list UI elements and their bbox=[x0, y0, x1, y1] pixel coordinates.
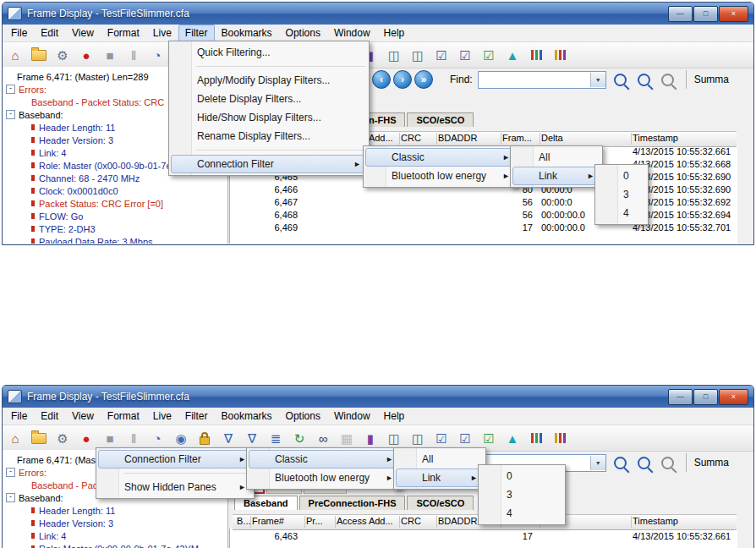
find-next-icon[interactable] bbox=[638, 74, 650, 86]
previous-frame-button[interactable]: ‹ bbox=[372, 70, 391, 89]
minimize-button[interactable]: — bbox=[668, 389, 693, 405]
quick-filter-icon[interactable]: ∇ bbox=[243, 429, 261, 447]
message-sequence-icon[interactable]: ☑ bbox=[456, 429, 474, 447]
bar-chart-icon[interactable] bbox=[527, 429, 545, 447]
find-first-icon[interactable] bbox=[614, 457, 627, 469]
menu-item[interactable]: 0 bbox=[480, 467, 563, 485]
protocol-tab[interactable]: SCO/eSCO bbox=[407, 496, 474, 510]
bar-chart-icon[interactable] bbox=[527, 46, 545, 64]
menu-bar-item[interactable]: Live bbox=[146, 408, 178, 425]
home-icon[interactable]: ⌂ bbox=[6, 46, 25, 64]
packet-error-rate-icon[interactable]: ☑ bbox=[479, 429, 498, 447]
tree-item[interactable]: Header Length: 11 bbox=[3, 504, 227, 517]
menu-item[interactable]: Delete Display Filters... bbox=[171, 90, 367, 108]
tree-item[interactable]: Role: Master (0x00-00-9b-01-7e-42)(M bbox=[3, 542, 227, 548]
settings-icon[interactable]: ⚙ bbox=[53, 429, 72, 447]
tree-item[interactable]: Packet Status: CRC Error [=0] bbox=[3, 197, 227, 210]
record-icon[interactable]: ● bbox=[77, 46, 96, 64]
tree-item[interactable]: Header Version: 3 bbox=[3, 517, 227, 529]
home-icon[interactable]: ⌂ bbox=[6, 429, 25, 447]
packet-error-rate-icon[interactable]: ☑ bbox=[479, 46, 498, 64]
menu-bar-item[interactable]: Options bbox=[279, 408, 327, 425]
menu-bar-item[interactable]: Help bbox=[377, 25, 412, 41]
menu-bar-item[interactable]: View bbox=[65, 408, 101, 425]
frame-display-icon[interactable]: ◫ bbox=[408, 46, 427, 64]
menu-bar-item[interactable]: Filter bbox=[178, 25, 215, 41]
menu-bar-item[interactable]: Format bbox=[101, 408, 146, 425]
close-button[interactable]: × bbox=[719, 6, 748, 22]
open-file-icon[interactable] bbox=[30, 429, 48, 447]
tree-expander-icon[interactable]: - bbox=[6, 85, 15, 94]
menu-item[interactable]: Classic ► bbox=[365, 148, 516, 167]
column-header[interactable]: Delta bbox=[539, 133, 632, 145]
column-header[interactable]: BDADDR bbox=[436, 133, 501, 145]
dropdown-arrow-icon[interactable]: ▼ bbox=[590, 73, 605, 87]
menu-item[interactable]: Show Hidden Panes ► bbox=[98, 478, 252, 496]
settings-icon[interactable]: ⚙ bbox=[53, 46, 72, 64]
menu-bar-item[interactable]: Edit bbox=[34, 408, 65, 425]
menu-item[interactable]: 4 bbox=[480, 504, 563, 523]
coexistence-view-icon[interactable]: ☑ bbox=[432, 46, 451, 64]
histogram-icon[interactable] bbox=[551, 46, 569, 64]
message-sequence-icon[interactable]: ☑ bbox=[456, 46, 474, 64]
menu-bar-item[interactable]: Filter bbox=[178, 408, 215, 425]
timer-icon[interactable]: ◔ bbox=[148, 429, 167, 447]
find-input[interactable] bbox=[479, 74, 590, 86]
stop-icon[interactable]: ■ bbox=[101, 429, 119, 447]
record-icon[interactable]: ● bbox=[77, 429, 96, 447]
menu-item[interactable]: 3 bbox=[480, 485, 563, 504]
table-row[interactable]: 6,469 17 00:00:00.0 4/13/2015 10:55:32.7… bbox=[233, 222, 737, 235]
tree-item[interactable]: TYPE: 2-DH3 bbox=[3, 222, 227, 235]
event-display-icon[interactable]: ◫ bbox=[385, 46, 403, 64]
menu-item[interactable]: Hide/Show Display Filters... bbox=[171, 108, 367, 127]
column-header[interactable]: Pr... bbox=[304, 516, 336, 528]
refresh-icon[interactable]: ↻ bbox=[290, 429, 309, 447]
pause-icon[interactable]: ‖ bbox=[124, 46, 143, 64]
menu-bar-item[interactable]: Window bbox=[327, 25, 377, 41]
tree-expander-icon[interactable]: - bbox=[6, 468, 15, 477]
title-bar[interactable]: Frame Display - TestFileSlimmer.cfa — □ … bbox=[3, 386, 753, 408]
find-first-icon[interactable] bbox=[614, 74, 627, 86]
tree-item[interactable]: FLOW: Go bbox=[3, 210, 227, 222]
menu-item[interactable]: Classic ► bbox=[249, 450, 399, 469]
protocol-tab[interactable]: PreConnection-FHS bbox=[299, 496, 406, 510]
column-header[interactable]: Timestamp bbox=[630, 516, 737, 528]
menu-item[interactable]: Rename Display Filters... bbox=[171, 127, 367, 145]
menu-bar-item[interactable]: Options bbox=[279, 25, 327, 41]
column-header[interactable]: Timestamp bbox=[630, 133, 737, 145]
menu-item[interactable]: Link ► bbox=[512, 167, 600, 185]
last-frame-button[interactable]: » bbox=[414, 70, 433, 89]
notebook-icon[interactable]: ▮ bbox=[361, 429, 380, 447]
table-row[interactable]: 6,463 17 4/13/2015 10:55:32.661 bbox=[233, 531, 737, 544]
menu-item[interactable]: All bbox=[512, 148, 600, 167]
menu-bar-item[interactable]: Bookmarks bbox=[215, 408, 279, 425]
table-row[interactable]: 6,468 56 00:00:00.0 4/13/2015 10:55:32.6… bbox=[233, 210, 737, 222]
column-header[interactable]: Fram... bbox=[500, 133, 540, 145]
menu-bar-item[interactable]: File bbox=[4, 25, 34, 41]
filter-stack-icon[interactable]: ≣ bbox=[266, 429, 285, 447]
menu-bar-item[interactable]: Live bbox=[146, 25, 178, 41]
menu-item[interactable]: Bluetooth low energy ► bbox=[365, 167, 516, 185]
event-display-icon[interactable]: ◫ bbox=[385, 429, 403, 447]
menu-item[interactable]: 0 bbox=[597, 167, 646, 185]
menu-item[interactable]: 3 bbox=[597, 185, 646, 204]
menu-item[interactable]: Link ► bbox=[396, 469, 484, 487]
column-header[interactable]: B... bbox=[234, 516, 251, 528]
menu-bar-item[interactable]: Window bbox=[327, 408, 377, 425]
column-header[interactable]: Frame# bbox=[249, 516, 305, 528]
tree-expander-icon[interactable]: - bbox=[6, 110, 15, 119]
maximize-button[interactable]: □ bbox=[693, 6, 718, 22]
dropdown-arrow-icon[interactable]: ▼ bbox=[590, 456, 605, 470]
column-header[interactable]: CRC bbox=[398, 516, 437, 528]
menu-bar-item[interactable]: Edit bbox=[34, 25, 65, 41]
menu-item[interactable]: All bbox=[396, 450, 484, 469]
table-row[interactable]: 6,467 56 00:00:0 4/13/2015 10:55:32.692 bbox=[233, 197, 737, 210]
frame-display-icon[interactable]: ◫ bbox=[408, 429, 427, 447]
menu-bar-item[interactable]: Bookmarks bbox=[215, 25, 279, 41]
find-plain-icon[interactable] bbox=[661, 457, 674, 469]
menu-bar-item[interactable]: File bbox=[4, 408, 34, 425]
histogram-icon[interactable] bbox=[551, 429, 569, 447]
capture-icon[interactable]: ◉ bbox=[172, 429, 190, 447]
export-icon[interactable]: ▲ bbox=[503, 46, 522, 64]
capture-view-icon[interactable]: ▦ bbox=[337, 429, 356, 447]
